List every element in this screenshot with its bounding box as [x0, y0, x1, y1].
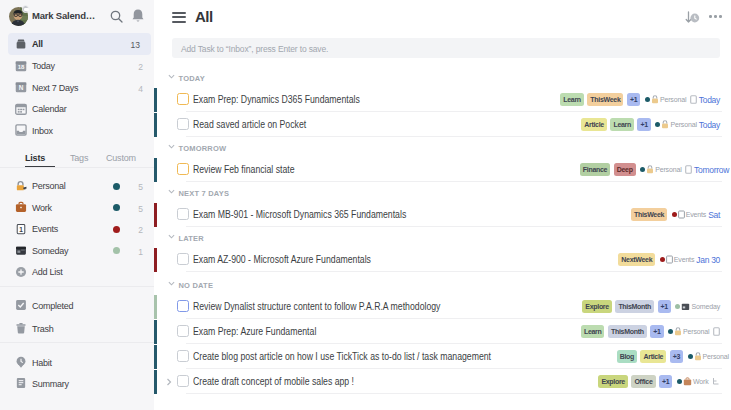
svg-text:18: 18	[18, 64, 25, 70]
svg-text:N: N	[19, 85, 24, 92]
svg-text:1: 1	[19, 225, 23, 232]
